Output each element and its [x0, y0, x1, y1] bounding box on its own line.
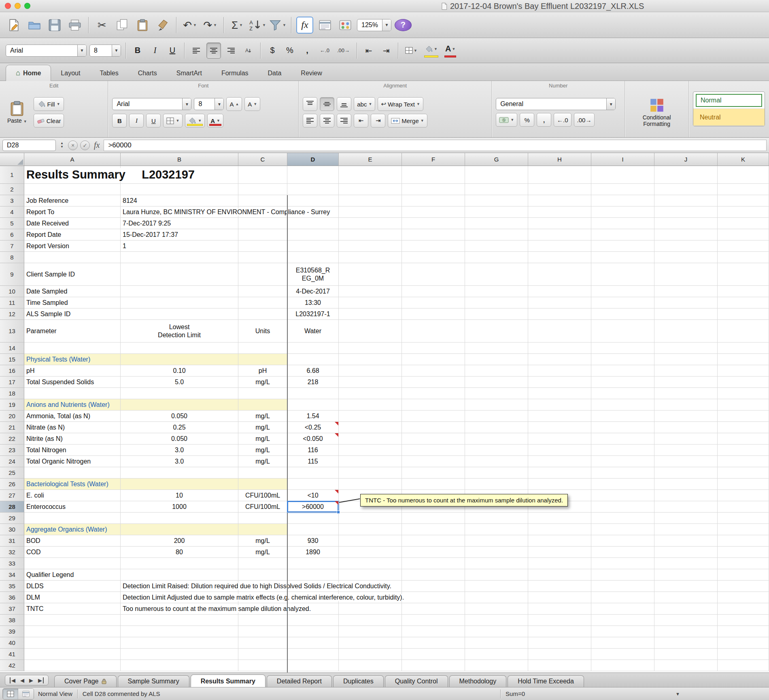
zoom-select[interactable]: 125% ▼ — [357, 19, 391, 31]
currency-caret[interactable]: ▼ — [510, 118, 514, 122]
cell-C30[interactable] — [238, 524, 287, 535]
cell-H37[interactable] — [528, 603, 591, 615]
cell-K39[interactable] — [718, 626, 769, 637]
cell-H10[interactable] — [528, 286, 591, 297]
redo-caret[interactable]: ▼ — [213, 23, 217, 27]
row-header-36[interactable]: 36 — [0, 592, 24, 603]
row-header-38[interactable]: 38 — [0, 615, 24, 626]
cell-J11[interactable] — [654, 297, 718, 309]
cell-J28[interactable] — [654, 501, 718, 513]
cell-B30[interactable] — [121, 524, 238, 535]
cell-B29[interactable] — [121, 513, 238, 524]
cell-J42[interactable] — [654, 660, 718, 671]
sort-caret[interactable]: ▼ — [262, 23, 266, 27]
cell-D13[interactable]: Water — [287, 320, 339, 343]
cell-G38[interactable] — [465, 615, 528, 626]
cell-F38[interactable] — [402, 615, 465, 626]
column-header-C[interactable]: C — [238, 153, 287, 166]
cell-A24[interactable]: Total Organic Nitrogen — [24, 456, 121, 467]
cell-J34[interactable] — [654, 569, 718, 581]
cell-G41[interactable] — [465, 649, 528, 660]
cell-I17[interactable] — [591, 377, 654, 388]
cell-D9[interactable]: E310568_R EG_0M — [287, 263, 339, 286]
sheet-tab-sample-summary[interactable]: Sample Summary — [118, 675, 189, 687]
cell-E4[interactable] — [339, 206, 402, 218]
row-header-40[interactable]: 40 — [0, 637, 24, 649]
cell-J20[interactable] — [654, 411, 718, 422]
cell-C11[interactable] — [238, 297, 287, 309]
cell-H41[interactable] — [528, 649, 591, 660]
row-header-6[interactable]: 6 — [0, 229, 24, 240]
cell-C28[interactable]: CFU/100mL — [238, 501, 287, 513]
cell-D18[interactable] — [287, 388, 339, 399]
cell-I9[interactable] — [591, 263, 654, 286]
cell-F25[interactable] — [402, 467, 465, 479]
column-header-J[interactable]: J — [654, 153, 718, 166]
cell-D22[interactable]: <0.050 — [287, 433, 339, 445]
cell-E10[interactable] — [339, 286, 402, 297]
cell-K22[interactable] — [718, 433, 769, 445]
orientation-caret[interactable]: ▼ — [368, 102, 372, 106]
ribbon-font-size-caret[interactable]: ▼ — [215, 98, 223, 110]
style-normal[interactable]: Normal — [693, 92, 765, 109]
sheet-tab-quality-control[interactable]: Quality Control — [385, 675, 448, 687]
cell-C29[interactable] — [238, 513, 287, 524]
cell-D29[interactable] — [287, 513, 339, 524]
ribbon-decrease-indent-button[interactable]: ⇤ — [354, 114, 368, 128]
underline-button[interactable]: U — [165, 43, 180, 59]
row-header-9[interactable]: 9 — [0, 263, 24, 286]
ribbon-tab-formulas[interactable]: Formulas — [212, 66, 258, 81]
cell-K21[interactable] — [718, 422, 769, 433]
confirm-entry-button[interactable]: ✓ — [80, 140, 90, 150]
cell-D8[interactable] — [287, 252, 339, 263]
font-color-button[interactable]: A▼ — [443, 43, 458, 59]
cell-K29[interactable] — [718, 513, 769, 524]
cell-K16[interactable] — [718, 365, 769, 377]
cell-K19[interactable] — [718, 399, 769, 411]
cell-I1[interactable] — [591, 166, 654, 184]
row-header-12[interactable]: 12 — [0, 309, 24, 320]
cell-K30[interactable] — [718, 524, 769, 535]
cell-A31[interactable]: BOD — [24, 535, 121, 547]
cell-G22[interactable] — [465, 433, 528, 445]
cell-D27[interactable]: <10 — [287, 490, 339, 501]
cell-C2[interactable] — [238, 184, 287, 195]
cell-E16[interactable] — [339, 365, 402, 377]
cell-J41[interactable] — [654, 649, 718, 660]
ribbon-tab-charts[interactable]: Charts — [128, 66, 167, 81]
cell-G20[interactable] — [465, 411, 528, 422]
cell-H17[interactable] — [528, 377, 591, 388]
cell-I22[interactable] — [591, 433, 654, 445]
cell-F9[interactable] — [402, 263, 465, 286]
cell-D21[interactable]: <0.25 — [287, 422, 339, 433]
cell-G40[interactable] — [465, 637, 528, 649]
row-header-4[interactable]: 4 — [0, 206, 24, 218]
cell-J32[interactable] — [654, 547, 718, 558]
cell-F21[interactable] — [402, 422, 465, 433]
cell-K7[interactable] — [718, 240, 769, 252]
column-header-F[interactable]: F — [402, 153, 465, 166]
cell-B39[interactable] — [121, 626, 238, 637]
cell-A36[interactable]: DLM — [24, 592, 121, 603]
cell-C8[interactable] — [238, 252, 287, 263]
row-header-2[interactable]: 2 — [0, 184, 24, 195]
row-header-8[interactable]: 8 — [0, 252, 24, 263]
cell-F17[interactable] — [402, 377, 465, 388]
cell-E18[interactable] — [339, 388, 402, 399]
cell-A30[interactable]: Aggregate Organics (Water) — [24, 524, 121, 535]
cell-F3[interactable] — [402, 195, 465, 206]
cell-H9[interactable] — [528, 263, 591, 286]
cell-B2[interactable] — [121, 184, 238, 195]
sheet-tab-duplicates[interactable]: Duplicates — [333, 675, 384, 687]
cell-I7[interactable] — [591, 240, 654, 252]
cell-K4[interactable] — [718, 206, 769, 218]
fill-handle[interactable] — [337, 511, 340, 514]
cell-E7[interactable] — [339, 240, 402, 252]
cell-B19[interactable] — [121, 399, 238, 411]
cell-B12[interactable] — [121, 309, 238, 320]
align-center-button[interactable] — [206, 43, 221, 59]
row-header-31[interactable]: 31 — [0, 535, 24, 547]
cell-D40[interactable] — [287, 637, 339, 649]
cell-H1[interactable] — [528, 166, 591, 184]
ribbon-tab-smartart[interactable]: SmartArt — [167, 66, 212, 81]
